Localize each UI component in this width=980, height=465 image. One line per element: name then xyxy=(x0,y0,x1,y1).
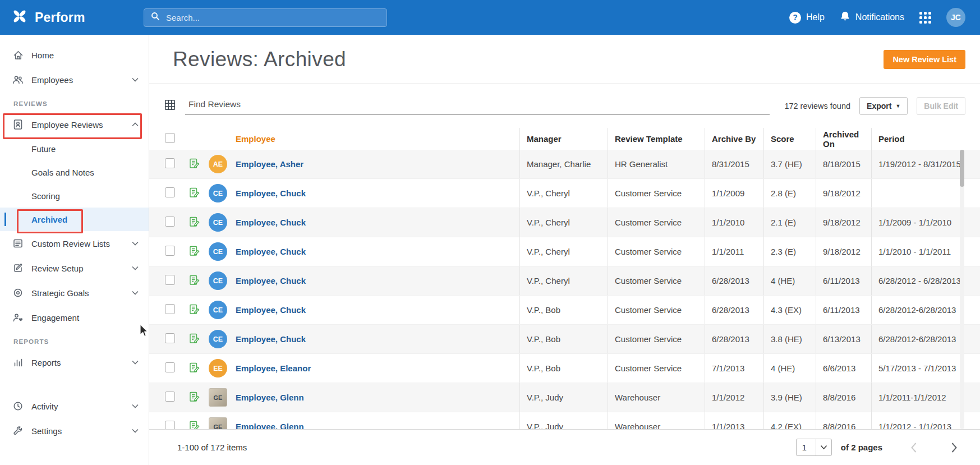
export-button[interactable]: Export ▼ xyxy=(859,97,908,115)
employee-name-link[interactable]: Employee, Chuck xyxy=(236,188,306,198)
employee-name-link[interactable]: Employee, Chuck xyxy=(236,218,306,227)
column-header-period[interactable]: Period xyxy=(871,128,965,150)
column-header-archive-by[interactable]: Archive By xyxy=(705,128,763,150)
row-checkbox[interactable] xyxy=(165,362,175,372)
employee-name-link[interactable]: Employee, Chuck xyxy=(236,305,306,315)
row-checkbox[interactable] xyxy=(165,246,175,256)
sidebar-item-activity[interactable]: Activity xyxy=(0,394,149,418)
sidebar-item-archived[interactable]: Archived xyxy=(0,208,149,231)
employee-avatar: GE xyxy=(209,417,227,429)
table-row: CE Employee, Chuck V.P., Cheryl Customer… xyxy=(149,237,980,266)
column-header-manager[interactable]: Manager xyxy=(519,128,608,150)
row-checkbox[interactable] xyxy=(165,275,175,285)
items-count: 1-100 of 172 items xyxy=(177,443,247,452)
column-header-score[interactable]: Score xyxy=(763,128,816,150)
review-document-icon[interactable] xyxy=(188,391,200,403)
search-input[interactable] xyxy=(165,12,380,23)
sidebar-item-future[interactable]: Future xyxy=(0,137,149,160)
row-checkbox[interactable] xyxy=(165,421,175,429)
review-document-icon[interactable] xyxy=(188,158,200,169)
table-row: CE Employee, Chuck V.P., Cheryl Customer… xyxy=(149,208,980,237)
archive-by-cell: 1/1/2012 xyxy=(705,383,763,412)
sidebar-item-scoring[interactable]: Scoring xyxy=(0,184,149,208)
sidebar-item-settings[interactable]: Settings xyxy=(0,418,149,443)
sidebar-item-strategic-goals[interactable]: Strategic Goals xyxy=(0,280,149,305)
table-row: CE Employee, Chuck V.P., Cheryl Customer… xyxy=(149,179,980,208)
top-header: Perform ? Help Notifications JC xyxy=(0,0,980,35)
sidebar-item-engagement[interactable]: Engagement xyxy=(0,305,149,330)
column-header-archived-on[interactable]: Archived On xyxy=(816,128,871,150)
column-header-review-template[interactable]: Review Template xyxy=(608,128,705,150)
global-search[interactable] xyxy=(144,8,387,27)
period-cell: 1/19/2012 - 8/31/2015 xyxy=(871,150,965,178)
row-checkbox[interactable] xyxy=(165,217,175,227)
row-checkbox[interactable] xyxy=(165,333,175,343)
employee-avatar: EE xyxy=(209,359,227,377)
sidebar-item-label: Employee Reviews xyxy=(31,120,124,130)
sidebar-item-employee-reviews[interactable]: Employee Reviews xyxy=(0,112,149,137)
employee-name-link[interactable]: Employee, Glenn xyxy=(236,422,304,429)
chevron-down-icon xyxy=(132,77,139,82)
previous-page-chevron-icon[interactable] xyxy=(910,442,917,453)
row-checkbox[interactable] xyxy=(165,158,175,168)
scrollbar-thumb[interactable] xyxy=(960,150,964,187)
manager-cell: V.P., Cheryl xyxy=(519,237,608,266)
find-reviews-input[interactable] xyxy=(185,97,770,115)
notifications-button[interactable]: Notifications xyxy=(840,11,904,24)
review-document-icon[interactable] xyxy=(188,420,200,430)
apps-grid-icon[interactable] xyxy=(919,12,931,24)
sidebar-item-reports[interactable]: Reports xyxy=(0,350,149,375)
column-header-employee[interactable]: Employee xyxy=(236,134,519,144)
review-document-icon[interactable] xyxy=(188,333,200,344)
sidebar-item-goals-and-notes[interactable]: Goals and Notes xyxy=(0,160,149,184)
review-template-cell: Warehouser xyxy=(608,383,705,412)
chevron-down-icon xyxy=(132,266,139,270)
user-avatar[interactable]: JC xyxy=(946,8,965,27)
score-cell: 3.9 (HE) xyxy=(763,383,816,412)
review-document-icon[interactable] xyxy=(188,245,200,257)
employee-name-link[interactable]: Employee, Chuck xyxy=(236,247,306,256)
manager-cell: V.P., Cheryl xyxy=(519,179,608,208)
employees-icon xyxy=(12,75,24,85)
page-number-select[interactable] xyxy=(796,439,832,456)
sidebar-item-custom-review-lists[interactable]: Custom Review Lists xyxy=(0,231,149,256)
chevron-down-icon xyxy=(132,291,139,295)
page-dropdown-chevron-icon[interactable] xyxy=(816,439,831,455)
sidebar-item-home[interactable]: Home xyxy=(0,43,149,67)
sidebar-item-label: Goals and Notes xyxy=(31,168,139,177)
review-document-icon[interactable] xyxy=(188,274,200,286)
row-checkbox[interactable] xyxy=(165,187,175,197)
page-number-input[interactable] xyxy=(797,443,816,453)
table-toolbar: 172 reviews found Export ▼ Bulk Edit xyxy=(149,84,980,128)
brand[interactable]: Perform xyxy=(0,7,144,28)
archive-by-cell: 6/28/2013 xyxy=(705,266,763,295)
settings-icon xyxy=(12,426,24,436)
review-document-icon[interactable] xyxy=(188,362,200,374)
help-button[interactable]: ? Help xyxy=(789,12,825,24)
bulk-edit-button[interactable]: Bulk Edit xyxy=(917,97,965,115)
employee-name-link[interactable]: Employee, Eleanor xyxy=(236,363,311,373)
period-cell: 6/28/2012 - 6/28/2013 xyxy=(871,266,965,295)
chevron-down-icon xyxy=(132,241,139,246)
archived-on-cell: 9/18/2012 xyxy=(816,237,871,266)
employee-name-link[interactable]: Employee, Glenn xyxy=(236,393,304,402)
employee-name-link[interactable]: Employee, Chuck xyxy=(236,334,306,344)
employee-name-link[interactable]: Employee, Chuck xyxy=(236,276,306,286)
row-checkbox[interactable] xyxy=(165,392,175,402)
sidebar-item-review-setup[interactable]: Review Setup xyxy=(0,256,149,280)
review-document-icon[interactable] xyxy=(188,303,200,315)
review-document-icon[interactable] xyxy=(188,187,200,199)
sidebar-item-label: Home xyxy=(31,50,139,60)
new-review-list-button[interactable]: New Review List xyxy=(884,50,965,69)
review-document-icon[interactable] xyxy=(188,216,200,228)
sidebar-item-employees[interactable]: Employees xyxy=(0,67,149,92)
next-page-chevron-icon[interactable] xyxy=(951,442,958,453)
sidebar-item-label: Activity xyxy=(31,402,124,411)
period-cell: 6/28/2012-6/28/2013 xyxy=(871,296,965,324)
select-all-checkbox[interactable] xyxy=(165,133,175,143)
employee-name-link[interactable]: Employee, Asher xyxy=(236,159,303,169)
row-checkbox[interactable] xyxy=(165,304,175,314)
review-template-cell: Customer Service xyxy=(608,179,705,208)
table-scrollbar[interactable] xyxy=(960,150,964,429)
period-cell: 1/1/2012 - 1/1/2013 xyxy=(871,412,965,429)
